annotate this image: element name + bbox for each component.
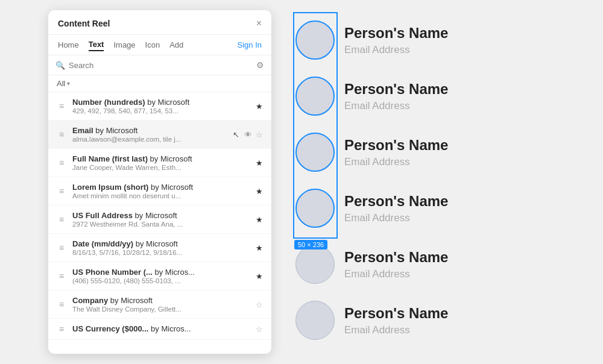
item-actions: ★ bbox=[256, 102, 263, 111]
person-name: Person's Name bbox=[344, 25, 448, 42]
eye-icon[interactable]: 👁 bbox=[244, 130, 252, 139]
star-icon[interactable]: ★ bbox=[256, 187, 263, 196]
list-item[interactable]: ≡ Number (hundreds) by Microsoft 429, 49… bbox=[48, 92, 271, 121]
item-preview: (406) 555-0120, (480) 555-0103, ... bbox=[72, 277, 250, 284]
filter-icon[interactable]: ⚙ bbox=[256, 60, 264, 70]
person-name: Person's Name bbox=[344, 137, 448, 154]
email-address: Email Address bbox=[344, 44, 448, 56]
item-title: Lorem Ipsum (short) by Microsoft bbox=[72, 183, 250, 192]
list-icon: ≡ bbox=[57, 271, 66, 281]
item-content: Full Name (first last) by Microsoft Jane… bbox=[72, 154, 250, 171]
item-preview: 8/16/13, 5/7/16, 10/28/12, 9/18/16... bbox=[72, 249, 250, 256]
star-icon[interactable]: ☆ bbox=[256, 325, 263, 334]
item-actions: ☆ bbox=[256, 325, 263, 334]
list-icon: ≡ bbox=[57, 101, 66, 111]
card-row: Person's Name Email Address bbox=[295, 124, 579, 180]
star-icon[interactable]: ☆ bbox=[256, 130, 263, 139]
star-icon[interactable]: ★ bbox=[256, 272, 263, 281]
item-title: Full Name (first last) by Microsoft bbox=[72, 154, 250, 163]
list-icon: ≡ bbox=[57, 300, 66, 309]
list-item[interactable]: ≡ US Phone Number (... by Micros... (406… bbox=[48, 262, 271, 290]
item-preview: Amet minim mollit non deserunt u... bbox=[72, 192, 250, 199]
item-actions: ★ bbox=[256, 187, 263, 196]
panel-title: Content Reel bbox=[58, 19, 110, 28]
sign-in-link[interactable]: Sign In bbox=[238, 40, 262, 51]
card-row: Person's Name Email Address bbox=[295, 236, 579, 292]
card-text: Person's Name Email Address bbox=[344, 25, 448, 56]
item-content: Number (hundreds) by Microsoft 429, 492,… bbox=[72, 98, 250, 115]
list-icon: ≡ bbox=[57, 130, 66, 139]
card-list: Person's Name Email Address Person's Nam… bbox=[295, 12, 579, 348]
cursor-icon: ↖ bbox=[233, 130, 239, 139]
email-address: Email Address bbox=[344, 156, 448, 168]
person-name: Person's Name bbox=[344, 305, 448, 322]
star-icon[interactable]: ★ bbox=[256, 215, 263, 224]
list-item[interactable]: ≡ Date (mm/dd/yy) by Microsoft 8/16/13, … bbox=[48, 234, 271, 262]
item-title: US Phone Number (... by Micros... bbox=[72, 268, 250, 277]
search-input-wrap: 🔍 bbox=[55, 61, 256, 70]
star-icon[interactable]: ★ bbox=[256, 243, 263, 253]
list-icon: ≡ bbox=[57, 186, 66, 196]
email-address: Email Address bbox=[344, 324, 448, 336]
item-content: Lorem Ipsum (short) by Microsoft Amet mi… bbox=[72, 183, 250, 199]
search-bar: 🔍 ⚙ bbox=[48, 55, 271, 75]
card-row: Person's Name Email Address bbox=[295, 68, 579, 124]
tab-text[interactable]: Text bbox=[89, 40, 104, 51]
filter-all-label[interactable]: All ▾ bbox=[57, 79, 70, 88]
item-title: US Full Address by Microsoft bbox=[72, 211, 250, 220]
list-icon: ≡ bbox=[57, 158, 66, 168]
avatar bbox=[295, 20, 335, 60]
list-item[interactable]: ≡ Full Name (first last) by Microsoft Ja… bbox=[48, 149, 271, 177]
avatar bbox=[295, 77, 335, 116]
tab-add[interactable]: Add bbox=[169, 40, 183, 51]
card-row: Person's Name Email Address bbox=[295, 292, 579, 348]
star-icon[interactable]: ★ bbox=[256, 102, 263, 111]
item-title: US Currency ($000... by Micros... bbox=[72, 324, 250, 333]
item-content: Company by Microsoft The Walt Disney Com… bbox=[72, 296, 250, 313]
list-icon: ≡ bbox=[57, 243, 66, 253]
card-row: Person's Name Email Address bbox=[295, 180, 579, 236]
item-preview: The Walt Disney Company, Gillett... bbox=[72, 306, 250, 313]
item-content: US Phone Number (... by Micros... (406) … bbox=[72, 268, 250, 284]
list-item[interactable]: ≡ US Full Address by Microsoft 2972 West… bbox=[48, 206, 271, 234]
filter-row: All ▾ bbox=[48, 75, 271, 92]
item-actions: ★ bbox=[256, 272, 263, 281]
list-item[interactable]: ≡ Company by Microsoft The Walt Disney C… bbox=[48, 290, 271, 319]
content-reel-panel: Content Reel × Home Text Image Icon Add … bbox=[48, 10, 271, 354]
list-item[interactable]: ≡ Email by Microsoft alma.lawson@example… bbox=[48, 121, 271, 149]
close-button[interactable]: × bbox=[256, 19, 262, 28]
nav-tabs: Home Text Image Icon Add Sign In bbox=[48, 35, 271, 55]
panel-header: Content Reel × bbox=[48, 10, 271, 35]
chevron-down-icon: ▾ bbox=[67, 80, 70, 87]
canvas-area: Person's Name Email Address Person's Nam… bbox=[271, 0, 603, 360]
person-name: Person's Name bbox=[344, 81, 448, 98]
avatar bbox=[295, 301, 335, 340]
item-actions: ↖ 👁 ☆ bbox=[233, 130, 263, 139]
item-actions: ★ bbox=[256, 158, 263, 168]
card-text: Person's Name Email Address bbox=[344, 193, 448, 224]
search-icon: 🔍 bbox=[55, 61, 65, 70]
item-actions: ☆ bbox=[256, 300, 263, 309]
list-item[interactable]: ≡ Lorem Ipsum (short) by Microsoft Amet … bbox=[48, 177, 271, 206]
card-text: Person's Name Email Address bbox=[344, 249, 448, 280]
star-icon[interactable]: ☆ bbox=[256, 300, 263, 309]
item-content: US Currency ($000... by Micros... bbox=[72, 324, 250, 334]
email-address: Email Address bbox=[344, 268, 448, 280]
card-text: Person's Name Email Address bbox=[344, 305, 448, 336]
item-preview: 2972 Westheimer Rd. Santa Ana, ... bbox=[72, 221, 250, 228]
item-title: Company by Microsoft bbox=[72, 296, 250, 305]
item-title: Date (mm/dd/yy) by Microsoft bbox=[72, 239, 250, 248]
person-name: Person's Name bbox=[344, 193, 448, 210]
tab-image[interactable]: Image bbox=[113, 40, 135, 51]
item-actions: ★ bbox=[256, 243, 263, 253]
star-icon[interactable]: ★ bbox=[256, 158, 263, 168]
item-preview: 429, 492, 798, 540, 877, 154, 53... bbox=[72, 107, 250, 115]
list-item[interactable]: ≡ US Currency ($000... by Micros... ☆ bbox=[48, 319, 271, 340]
search-input[interactable] bbox=[69, 61, 256, 70]
tab-icon[interactable]: Icon bbox=[145, 40, 160, 51]
item-preview: Jane Cooper, Wade Warren, Esth... bbox=[72, 164, 250, 171]
tab-home[interactable]: Home bbox=[58, 40, 79, 51]
list-icon: ≡ bbox=[57, 324, 66, 334]
item-title: Email by Microsoft bbox=[72, 126, 227, 135]
item-content: US Full Address by Microsoft 2972 Westhe… bbox=[72, 211, 250, 228]
